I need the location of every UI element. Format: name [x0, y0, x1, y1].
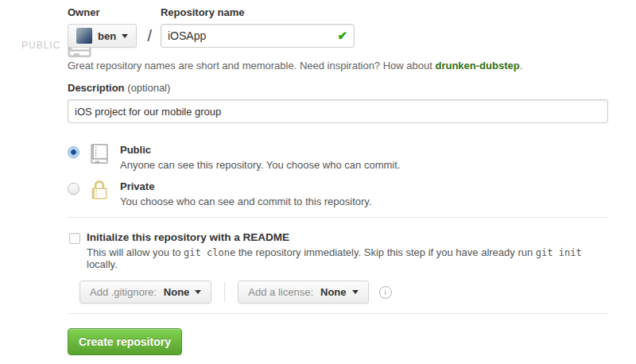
gitignore-dropdown-label: Add .gitignore:: [90, 286, 157, 298]
template-dropdown-row: Add .gitignore: None Add a license: None…: [80, 281, 608, 304]
gitignore-dropdown-button[interactable]: Add .gitignore: None: [80, 281, 211, 304]
description-input[interactable]: [68, 99, 608, 123]
git-clone-code: git clone: [184, 247, 235, 258]
chevron-down-icon: [122, 34, 128, 38]
visibility-option-public[interactable]: Public Anyone can see this repository. Y…: [68, 144, 608, 171]
owner-column: Owner ben: [68, 6, 137, 48]
repo-name-column: Repository name ✔: [161, 6, 355, 48]
name-hint-prefix: Great repository names are short and mem…: [68, 60, 435, 72]
gitignore-dropdown-value: None: [164, 286, 190, 298]
readme-checkbox[interactable]: [69, 233, 80, 244]
create-repository-button[interactable]: Create repository: [68, 328, 182, 355]
lock-icon: [89, 180, 110, 203]
owner-value: ben: [98, 30, 116, 42]
git-init-code: git init: [536, 247, 582, 258]
readme-section: Initialize this repository with a README…: [68, 231, 608, 270]
private-option-description: You choose who can see and commit to thi…: [120, 196, 372, 207]
private-radio[interactable]: [68, 183, 80, 195]
info-icon[interactable]: i: [379, 286, 392, 299]
owner-label: Owner: [68, 6, 137, 18]
private-option-title: Private: [120, 180, 372, 192]
name-hint: Great repository names are short and mem…: [68, 60, 608, 72]
repo-name-input-wrap: ✔: [161, 24, 355, 48]
public-option-text: Public Anyone can see this repository. Y…: [120, 144, 400, 171]
chevron-down-icon: [352, 290, 359, 294]
repo-icon: [89, 144, 110, 166]
license-dropdown-button[interactable]: Add a license: None: [238, 281, 368, 304]
license-dropdown-value: None: [320, 286, 347, 298]
license-dropdown-label: Add a license:: [248, 286, 313, 298]
description-optional-label: (optional): [127, 82, 170, 94]
public-option-description: Anyone can see this repository. You choo…: [120, 159, 400, 171]
chevron-down-icon: [195, 290, 201, 294]
description-label: Description (optional): [68, 82, 608, 94]
visibility-section: Public Anyone can see this repository. Y…: [68, 144, 608, 207]
readme-hint: This will allow you to git clone the rep…: [87, 246, 608, 270]
owner-select-button[interactable]: ben: [68, 24, 137, 48]
public-option-title: Public: [120, 144, 400, 156]
repo-name-label: Repository name: [161, 6, 355, 18]
name-suggestion-link[interactable]: drunken-dubstep: [435, 60, 519, 72]
check-icon: ✔: [337, 29, 347, 43]
visibility-option-private[interactable]: Private You choose who can see and commi…: [68, 180, 608, 207]
section-divider: [68, 217, 608, 218]
public-watermark-label: PUBLIC: [21, 40, 60, 51]
section-divider: [68, 313, 608, 314]
name-hint-suffix: .: [520, 60, 523, 72]
private-option-text: Private You choose who can see and commi…: [120, 180, 372, 207]
owner-repo-separator: /: [137, 26, 161, 48]
readme-label: Initialize this repository with a README: [87, 231, 608, 243]
description-section: Description (optional): [68, 82, 608, 123]
submit-row: Create repository: [68, 328, 608, 355]
repo-name-input[interactable]: [161, 24, 355, 48]
vertical-divider: [224, 281, 225, 303]
name-row: Owner ben / Repository name ✔: [68, 6, 608, 48]
new-repository-form: Owner ben / Repository name ✔ Great repo…: [68, 6, 608, 355]
public-radio[interactable]: [68, 146, 80, 158]
readme-text: Initialize this repository with a README…: [87, 231, 608, 270]
avatar: [76, 28, 92, 44]
